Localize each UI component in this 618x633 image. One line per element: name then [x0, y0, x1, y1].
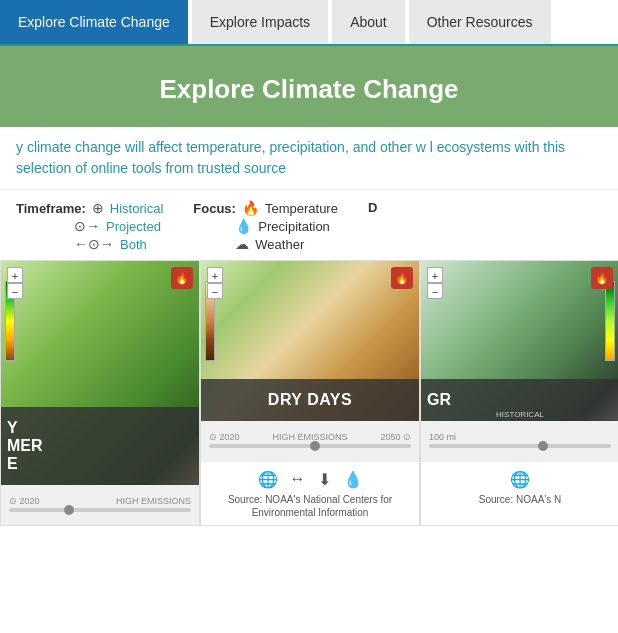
card-3-badge: 🔥	[591, 267, 613, 289]
card-2-slider-right: HIGH EMISSIONS	[272, 432, 347, 442]
timeframe-legend: Timeframe: ⊕ Historical ⊙→ Projected ←⊙→…	[16, 200, 163, 252]
card-1-slider-bar[interactable]	[9, 508, 191, 512]
card-1-line3: E	[7, 455, 193, 473]
card-3-slider-left: 100 mi	[429, 432, 456, 442]
card-1-slider-area: ⊙ 2020 HIGH EMISSIONS	[1, 485, 199, 525]
card-3-title: GR	[427, 391, 613, 409]
data-legend: D	[368, 200, 377, 252]
card-3-slider-thumb[interactable]	[538, 441, 548, 451]
card-1[interactable]: + − 🔥 Y MER E ⊙ 2020 HIGH EMISSIONS	[0, 260, 200, 526]
timeframe-projected: Projected	[106, 219, 161, 234]
card-3[interactable]: + − 🔥 GR HISTORICAL 100 mi 🌐	[420, 260, 618, 526]
card-3-slider-labels: 100 mi	[429, 432, 611, 442]
card-1-overlay: Y MER E	[1, 407, 199, 485]
card-3-legend-strip	[605, 281, 615, 361]
card-2-zoom-out[interactable]: −	[207, 283, 223, 299]
card-1-line2: MER	[7, 437, 193, 455]
data-label: D	[368, 200, 377, 215]
card-2-slider-thumb[interactable]	[310, 441, 320, 451]
focus-icon-1: 🔥	[242, 200, 259, 216]
card-2-source: Source: NOAA's National Centers for Envi…	[211, 493, 409, 519]
focus-label: Focus:	[193, 201, 236, 216]
card-1-zoom: + −	[7, 267, 23, 299]
nav-explore-impacts[interactable]: Explore Impacts	[192, 0, 328, 44]
timeframe-both-row: ←⊙→ Both	[16, 236, 163, 252]
timeframe-icon-2: ⊙→	[74, 218, 100, 234]
card-1-slider-labels: ⊙ 2020 HIGH EMISSIONS	[9, 496, 191, 506]
card-2-slider-bar[interactable]	[209, 444, 411, 448]
card-2-slider-area: ⊙ 2020 HIGH EMISSIONS 2050 ⊙	[201, 421, 419, 461]
focus-weather: Weather	[255, 237, 304, 252]
card-2-footer: 🌐 ↔ ⬇ 💧 Source: NOAA's National Centers …	[201, 461, 419, 525]
water-icon-2: 💧	[343, 470, 363, 489]
card-2-icons: 🌐 ↔ ⬇ 💧	[211, 470, 409, 489]
globe-icon-2: 🌐	[258, 470, 278, 489]
subtitle-text: y climate change will affect temperature…	[0, 127, 618, 190]
focus-temperature: Temperature	[265, 201, 338, 216]
nav-explore-climate[interactable]: Explore Climate Change	[0, 0, 188, 44]
download-icon-2: ⬇	[318, 470, 331, 489]
card-3-source: Source: NOAA's N	[431, 493, 609, 506]
card-2-badge: 🔥	[391, 267, 413, 289]
timeframe-icon-3: ←⊙→	[74, 236, 114, 252]
card-2-zoom-in[interactable]: +	[207, 267, 223, 283]
focus-legend: Focus: 🔥 Temperature 💧 Precipitation ☁ W…	[193, 200, 338, 252]
timeframe-historical: Historical	[110, 201, 163, 216]
zoom-out-btn[interactable]: −	[7, 283, 23, 299]
card-2-slider-labels-top: ⊙ 2020 HIGH EMISSIONS 2050 ⊙	[209, 432, 411, 442]
arrows-icon-2: ↔	[290, 470, 306, 489]
card-2-overlay: DRY DAYS	[201, 379, 419, 421]
card-2-zoom: + −	[207, 267, 223, 299]
focus-label-row: Focus: 🔥 Temperature	[193, 200, 338, 216]
card-3-footer: 🌐 Source: NOAA's N	[421, 461, 618, 512]
cards-container: + − 🔥 Y MER E ⊙ 2020 HIGH EMISSIONS	[0, 260, 618, 526]
card-1-slider-left: ⊙ 2020	[9, 496, 40, 506]
card-2-map: + − 🔥 DRY DAYS ⊙ 2020 HIGH EMISSIONS 205…	[201, 261, 419, 461]
card-2[interactable]: + − 🔥 DRY DAYS ⊙ 2020 HIGH EMISSIONS 205…	[200, 260, 420, 526]
card-3-slider-area: 100 mi	[421, 421, 618, 461]
card-3-zoom-out[interactable]: −	[427, 283, 443, 299]
focus-icon-3: ☁	[235, 236, 249, 252]
card-1-slider-right: HIGH EMISSIONS	[116, 496, 191, 506]
focus-weather-row: ☁ Weather	[193, 236, 338, 252]
globe-icon-3: 🌐	[510, 470, 530, 489]
timeframe-icon-1: ⊕	[92, 200, 104, 216]
card-2-slider-right2: 2050 ⊙	[380, 432, 411, 442]
card-1-badge: 🔥	[171, 267, 193, 289]
card-3-historical-label: HISTORICAL	[496, 410, 544, 419]
card-1-map: + − 🔥 Y MER E ⊙ 2020 HIGH EMISSIONS	[1, 261, 199, 525]
card-3-slider-bar[interactable]	[429, 444, 611, 448]
focus-icon-2: 💧	[235, 218, 252, 234]
navigation: Explore Climate Change Explore Impacts A…	[0, 0, 618, 46]
card-1-line1: Y	[7, 419, 193, 437]
card-3-map: + − 🔥 GR HISTORICAL 100 mi	[421, 261, 618, 461]
timeframe-label: Timeframe:	[16, 201, 86, 216]
hero-title: Explore Climate Change	[20, 74, 598, 105]
card-3-zoom: + −	[427, 267, 443, 299]
card-2-title: DRY DAYS	[268, 391, 352, 408]
legend: Timeframe: ⊕ Historical ⊙→ Projected ←⊙→…	[0, 190, 618, 260]
card-1-footer: 🌐 Environmental Information	[1, 525, 199, 526]
focus-precip-row: 💧 Precipitation	[193, 218, 338, 234]
zoom-in-btn[interactable]: +	[7, 267, 23, 283]
card-3-zoom-in[interactable]: +	[427, 267, 443, 283]
card-3-icons: 🌐	[431, 470, 609, 489]
nav-other-resources[interactable]: Other Resources	[409, 0, 551, 44]
nav-about[interactable]: About	[332, 0, 405, 44]
card-2-slider-left: ⊙ 2020	[209, 432, 240, 442]
timeframe-label-row: Timeframe: ⊕ Historical	[16, 200, 163, 216]
timeframe-both: Both	[120, 237, 147, 252]
focus-precipitation: Precipitation	[258, 219, 330, 234]
card-1-slider-thumb[interactable]	[64, 505, 74, 515]
hero-section: Explore Climate Change	[0, 46, 618, 127]
timeframe-projected-row: ⊙→ Projected	[16, 218, 163, 234]
